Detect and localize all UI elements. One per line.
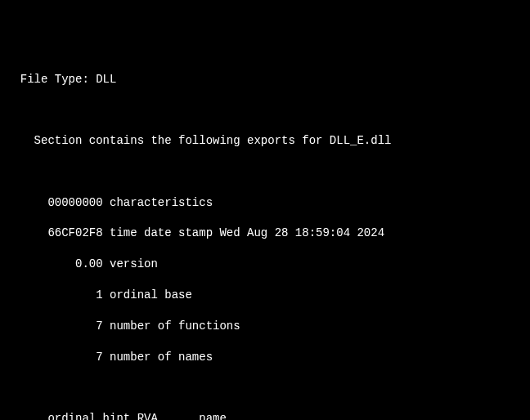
num-functions-line: 7 number of functions (7, 319, 523, 334)
blank-line (7, 102, 523, 118)
table-header: ordinal hint RVA name (7, 411, 523, 420)
characteristics-line: 00000000 characteristics (7, 195, 523, 211)
timestamp-line: 66CF02F8 time date stamp Wed Aug 28 18:5… (7, 226, 523, 241)
section-header: Section contains the following exports f… (7, 133, 523, 149)
file-type-line: File Type: DLL (7, 72, 523, 87)
version-line: 0.00 version (7, 257, 523, 272)
blank-line (7, 380, 523, 395)
num-names-line: 7 number of names (7, 350, 523, 365)
ordinal-base-line: 1 ordinal base (7, 288, 523, 303)
blank-line (7, 164, 523, 180)
